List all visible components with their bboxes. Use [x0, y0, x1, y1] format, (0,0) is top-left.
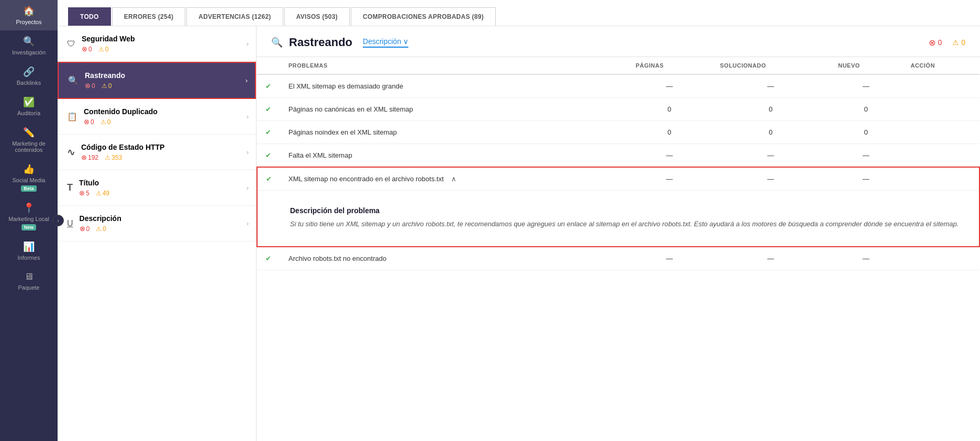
- problem-cell: El XML sitemap es demasiado grande: [280, 74, 627, 98]
- category-titulo[interactable]: T Título ⊗ 5 ⚠ 49 ›: [58, 170, 256, 206]
- category-codigo-estado-http[interactable]: ∿ Código de Estado HTTP ⊗ 192 ⚠ 353: [58, 135, 256, 170]
- warning-count-rastreando: ⚠ 0: [102, 82, 112, 90]
- underline-icon: U: [67, 219, 73, 228]
- issues-table: PROBLEMAS PÁGINAS SOLUCIONADO NUEVO ACCI…: [257, 57, 980, 270]
- chevron-right-icon-2: ›: [247, 113, 249, 120]
- nuevo-cell: 0: [830, 98, 903, 121]
- sidebar-label-auditoria: Auditoría: [17, 110, 40, 116]
- http-icon: ∿: [67, 147, 75, 158]
- sidebar-label-proyectos: Proyectos: [16, 19, 42, 25]
- category-contenido-duplicado[interactable]: 📋 Contenido Duplicado ⊗ 0 ⚠ 0 ›: [58, 99, 256, 135]
- error-count-rastreando: ⊗ 0: [85, 82, 95, 90]
- sidebar-item-investigacion[interactable]: 🔍 Investigación: [0, 30, 58, 61]
- tab-avisos[interactable]: AVISOS (503): [284, 7, 350, 26]
- category-descripcion[interactable]: U Descripción ⊗ 0 ⚠ 0 ›: [58, 206, 256, 241]
- table-row[interactable]: ✔Páginas no canónicas en el XML sitemap0…: [257, 98, 979, 121]
- shield-icon: 🛡: [67, 39, 75, 49]
- cat-info-seguridad-web: Seguridad Web ⊗ 0 ⚠ 0: [82, 35, 247, 53]
- cat-info-contenido-duplicado: Contenido Duplicado ⊗ 0 ⚠ 0: [84, 107, 247, 126]
- duplicate-icon: 📋: [67, 112, 77, 122]
- checkmark-icon: ✔: [265, 82, 271, 90]
- header-warning-count: ⚠ 0: [952, 38, 965, 47]
- tab-todo[interactable]: TODO: [68, 7, 111, 26]
- main-content: TODO ERRORES (254) ADVERTENCIAS (1262) A…: [58, 0, 980, 441]
- sidebar-expand-button[interactable]: ›: [52, 215, 64, 226]
- status-cell: ✔: [257, 74, 280, 98]
- accion-cell: [902, 167, 979, 191]
- sidebar-item-informes[interactable]: 📊 Informes: [0, 236, 58, 266]
- th-accion: ACCIÓN: [902, 57, 979, 74]
- checkmark-icon: ✔: [265, 105, 271, 113]
- problem-cell: Páginas no canónicas en el XML sitemap: [280, 98, 627, 121]
- description-dropdown-button[interactable]: Descripción ∨: [363, 37, 408, 48]
- edit-icon: ✏️: [23, 127, 35, 138]
- sidebar: 🏠 Proyectos 🔍 Investigación 🔗 Backlinks …: [0, 0, 58, 441]
- table-row[interactable]: ✔Páginas noindex en el XML sitemap000: [257, 121, 979, 144]
- sidebar-item-paquete[interactable]: 🖥 Paquete: [0, 266, 58, 296]
- cat-counts-contenido-duplicado: ⊗ 0 ⚠ 0: [84, 118, 247, 126]
- sidebar-label-social-media: Social Media: [13, 177, 46, 183]
- warning-triangle-icon-2: ⚠: [101, 118, 106, 126]
- error-count-codigo-estado-http: ⊗ 192: [81, 153, 98, 161]
- pages-cell: —: [627, 247, 711, 270]
- cat-title-seguridad-web: Seguridad Web: [82, 35, 247, 43]
- warning-count-descripcion: ⚠ 0: [96, 225, 106, 233]
- status-cell: ✔: [257, 144, 280, 168]
- sidebar-item-proyectos[interactable]: 🏠 Proyectos: [0, 0, 58, 30]
- nuevo-cell: —: [830, 144, 903, 168]
- chevron-right-icon-5: ›: [247, 219, 249, 227]
- category-rastreando[interactable]: 🔍 Rastreando ⊗ 0 ⚠ 0 ›: [58, 62, 256, 99]
- checkmark-icon: ✔: [265, 128, 271, 136]
- warning-triangle-icon-0: ⚠: [98, 46, 104, 53]
- solucionado-cell: —: [711, 74, 830, 98]
- cat-title-titulo: Título: [79, 179, 247, 187]
- table-row[interactable]: ✔Falta el XML sitemap———: [257, 144, 979, 168]
- warning-count-contenido-duplicado: ⚠ 0: [101, 118, 111, 126]
- sidebar-item-social-media[interactable]: 👍 Social Media Beta: [0, 158, 58, 197]
- accion-cell: [902, 121, 979, 144]
- expanded-problem-description: Si tu sitio tiene un XML sitemap y un ar…: [290, 219, 960, 229]
- table-row[interactable]: ✔XML sitemap no encontrado en el archivo…: [257, 167, 979, 191]
- error-circle-icon-3: ⊗: [81, 153, 87, 161]
- beta-badge: Beta: [21, 185, 37, 192]
- tab-comprobaciones[interactable]: COMPROBACIONES APROBADAS (89): [351, 7, 496, 26]
- tab-advertencias[interactable]: ADVERTENCIAS (1262): [186, 7, 283, 26]
- warning-count-titulo: ⚠ 49: [96, 189, 109, 197]
- thumbsup-icon: 👍: [23, 163, 35, 175]
- solucionado-cell: 0: [711, 121, 830, 144]
- th-status: [257, 57, 280, 74]
- sidebar-item-marketing-local[interactable]: 📍 Marketing Local New: [0, 197, 58, 236]
- sidebar-item-auditoria[interactable]: ✅ Auditoría: [0, 91, 58, 122]
- warning-triangle-icon-4: ⚠: [96, 190, 102, 197]
- header-counts: ⊗ 0 ⚠ 0: [929, 38, 965, 48]
- right-panel-title: Rastreando: [289, 36, 352, 49]
- tab-errores[interactable]: ERRORES (254): [112, 7, 186, 26]
- error-circle-icon-2: ⊗: [84, 118, 90, 126]
- sidebar-item-marketing-contenidos[interactable]: ✏️ Marketing de contenidos: [0, 122, 58, 158]
- cat-title-descripcion: Descripción: [80, 214, 247, 223]
- header-warning-triangle-icon: ⚠: [952, 38, 959, 47]
- sidebar-item-backlinks[interactable]: 🔗 Backlinks: [0, 61, 58, 91]
- accion-cell: [902, 74, 979, 98]
- description-label: Descripción: [363, 37, 401, 46]
- table-row[interactable]: ✔El XML sitemap es demasiado grande———: [257, 74, 979, 98]
- collapse-icon[interactable]: ∧: [451, 175, 456, 183]
- sidebar-label-backlinks: Backlinks: [17, 80, 41, 86]
- accion-cell: [902, 98, 979, 121]
- expanded-row: Descripción del problema Si tu sitio tie…: [257, 191, 979, 247]
- error-count-descripcion: ⊗ 0: [80, 225, 90, 233]
- table-row[interactable]: ✔Archivo robots.txt no encontrado———: [257, 247, 979, 270]
- accion-cell: [902, 247, 979, 270]
- checkmark-icon: ✔: [266, 175, 272, 183]
- error-count-seguridad-web: ⊗ 0: [82, 45, 92, 53]
- expanded-problem-title: Descripción del problema: [290, 206, 960, 215]
- cat-title-rastreando: Rastreando: [85, 71, 246, 80]
- status-cell: ✔: [257, 247, 280, 270]
- pages-cell: 0: [627, 121, 711, 144]
- cat-counts-seguridad-web: ⊗ 0 ⚠ 0: [82, 45, 247, 53]
- cat-info-titulo: Título ⊗ 5 ⚠ 49: [79, 179, 247, 197]
- sidebar-label-informes: Informes: [18, 255, 40, 261]
- warning-triangle-icon-1: ⚠: [102, 82, 107, 90]
- right-panel-header: 🔍 Rastreando Descripción ∨ ⊗ 0 ⚠ 0: [257, 26, 980, 57]
- category-seguridad-web[interactable]: 🛡 Seguridad Web ⊗ 0 ⚠ 0 ›: [58, 26, 256, 62]
